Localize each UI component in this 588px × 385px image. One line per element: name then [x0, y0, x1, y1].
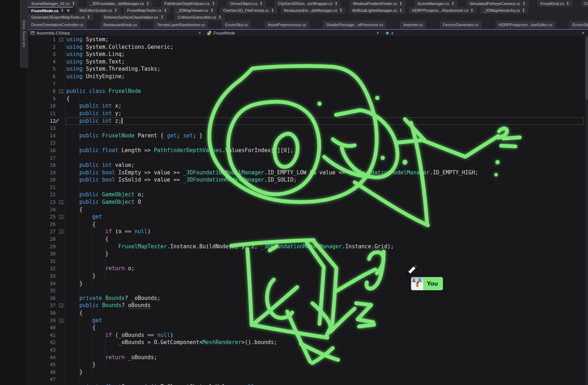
- code-line[interactable]: 32 return o;: [28, 265, 585, 272]
- tab--3dmapviewer-cs[interactable]: _3DMapViewer.cs: [173, 7, 217, 14]
- pin-icon[interactable]: [399, 2, 402, 6]
- fold-collapse-icon[interactable]: -: [59, 215, 63, 219]
- fold-collapse-icon[interactable]: -: [59, 38, 63, 42]
- code-line[interactable]: 24 {: [28, 206, 585, 213]
- pin-icon[interactable]: [146, 2, 149, 6]
- tab-collisionsubscriber-cs[interactable]: CollisionSubscriber.cs: [174, 14, 225, 20]
- code-line[interactable]: 35: [28, 287, 585, 295]
- code-editor[interactable]: 1-using System;2using System.Collections…: [28, 36, 588, 385]
- tab-deliverysurfaceclasshelper-cs[interactable]: DeliverySurfaceClassHelper.cs: [101, 14, 167, 20]
- pin-icon[interactable]: [87, 15, 90, 19]
- tab-scenemanager-cs[interactable]: SceneManager.cs: [414, 0, 458, 7]
- code-line[interactable]: 26 {: [28, 221, 585, 228]
- tab-pathfinderdepthvalues-cs[interactable]: PathfinderDepthValues.cs: [161, 0, 218, 7]
- code-line[interactable]: 34 }: [28, 280, 585, 287]
- code-line[interactable]: 37- public Bounds? oBounds: [28, 302, 585, 309]
- pin-icon[interactable]: [210, 9, 214, 13]
- fold-collapse-icon[interactable]: -: [59, 304, 63, 307]
- code-line[interactable]: 28 {: [28, 235, 585, 243]
- code-line[interactable]: 42 _oBounds = O.GetComponent<MeshRendere…: [28, 339, 585, 346]
- fold-collapse-icon[interactable]: -: [59, 319, 63, 323]
- code-line[interactable]: 41 if (_oBounds == null): [28, 332, 585, 339]
- code-line[interactable]: 15: [28, 139, 585, 147]
- tab-config-cs[interactable]: Config.cs: [581, 0, 588, 7]
- pin-icon[interactable]: [61, 9, 64, 13]
- code-line[interactable]: 23- public GameObject O: [28, 198, 585, 206]
- tab-droneorientationcontroller-cs[interactable]: DroneOrientationController.cs: [28, 21, 87, 29]
- pin-icon[interactable]: [566, 2, 569, 6]
- code-line[interactable]: 14 public FruxelNode Parent { get; set; …: [28, 132, 585, 140]
- fold-collapse-icon[interactable]: -: [59, 230, 63, 234]
- tab-simulatedfisheyecamera-cs[interactable]: SimulatedFisheyeCamera.cs: [466, 0, 529, 7]
- code-line[interactable]: 43: [28, 346, 585, 354]
- code-line[interactable]: 3using System.Linq;: [28, 51, 585, 58]
- tab-envirosky-cs[interactable]: EnviroSky.cs: [222, 21, 251, 29]
- tab-restaurantho-plemanager-cs[interactable]: RestaurantHo...pleManager.cs: [281, 7, 346, 14]
- member-dropdown[interactable]: z ▼: [383, 30, 588, 36]
- code-line[interactable]: 9{: [28, 95, 585, 103]
- tab-assetpreprocessor-cs[interactable]: AssetPreprocessor.cs: [265, 21, 309, 29]
- data-sources-tab[interactable]: Data Sources: [20, 0, 28, 67]
- code-line[interactable]: 10 public int x;: [28, 102, 585, 110]
- code-line[interactable]: 11 public int y;: [28, 110, 585, 117]
- code-line[interactable]: 48 private float? _proximityToClosestObs…: [28, 383, 585, 385]
- code-line[interactable]: 5using System.Threading.Tasks;: [28, 65, 585, 73]
- fold-collapse-icon[interactable]: -: [59, 200, 63, 204]
- code-line[interactable]: 7: [28, 80, 585, 88]
- code-line[interactable]: 8-public class FruxelNode: [28, 88, 585, 95]
- pin-icon[interactable]: [160, 15, 164, 19]
- code-line[interactable]: 16 public float Length => PathfinderDept…: [28, 147, 585, 154]
- tab-fencesgenerator-cs[interactable]: FencesGenerator.cs: [440, 21, 482, 29]
- code-line[interactable]: 12 public int z;: [28, 117, 585, 125]
- code-line[interactable]: 29 FruxelMapTester.Instance.BuildNode(x,…: [28, 243, 585, 250]
- code-line[interactable]: 6using UnityEngine;: [28, 73, 585, 80]
- pin-icon[interactable]: [451, 2, 454, 6]
- tab-citygen3dgen-torwrapper-cs[interactable]: CityGen3DGen...torWrapper.cs: [275, 0, 341, 7]
- code-line[interactable]: 39- get: [28, 317, 585, 324]
- pin-icon[interactable]: [399, 9, 402, 13]
- pin-icon[interactable]: [164, 9, 167, 13]
- tab-shaderpackage-stprocessor-cs[interactable]: ShaderPackage...stProcessor.cs: [323, 21, 386, 29]
- pin-icon[interactable]: [470, 9, 473, 13]
- code-line[interactable]: 2using System.Collections.Generic;: [28, 43, 585, 51]
- code-line[interactable]: 21: [28, 184, 585, 191]
- pin-icon[interactable]: [260, 2, 263, 6]
- tab-generator2exportmaptools-cs[interactable]: Generator2ExportMapTools.cs: [28, 14, 93, 20]
- project-dropdown[interactable]: Assembly-CSharp ▼: [28, 30, 205, 36]
- code-line[interactable]: 20 public bool IsSolid => value == _3DFo…: [28, 176, 585, 184]
- code-line[interactable]: 27- if (o == null): [28, 228, 585, 235]
- pin-icon[interactable]: [339, 9, 342, 13]
- code-line[interactable]: 22 public GameObject o;: [28, 191, 585, 198]
- tab-fruxelgrid-cs[interactable]: FruxelGrid.cs: [537, 0, 573, 7]
- code-line[interactable]: 44 return _oBounds;: [28, 354, 585, 361]
- pin-icon[interactable]: [522, 2, 526, 6]
- tab-windowpositionfinder-cs[interactable]: WindowPositionFinder.cs: [350, 0, 406, 7]
- code-line[interactable]: 4using System.Text;: [28, 58, 585, 66]
- tab-enviroskymgr-cs[interactable]: EnviroSkyMgr.cs: [569, 21, 588, 29]
- code-line[interactable]: 47: [28, 376, 585, 383]
- pin-icon[interactable]: [271, 9, 274, 13]
- code-line[interactable]: 33 }: [28, 272, 585, 280]
- code-line[interactable]: 25- get: [28, 213, 585, 221]
- code-line[interactable]: 31: [28, 258, 585, 265]
- tab-restauranthook-cs[interactable]: RestaurantHook.cs: [100, 21, 140, 29]
- code-line[interactable]: 17: [28, 154, 585, 162]
- tab--3dfoundatio-delmanager-cs[interactable]: _3DFoundatio...delManager.cs: [87, 0, 153, 7]
- scrollbar-thumb[interactable]: [585, 37, 588, 100]
- code-line[interactable]: 30 }: [28, 250, 585, 258]
- pin-icon[interactable]: [72, 2, 75, 6]
- pin-icon[interactable]: [335, 2, 338, 6]
- tab-myeditorscripts-cs[interactable]: MyEditorScripts.cs: [76, 7, 121, 14]
- fold-collapse-icon[interactable]: -: [59, 89, 63, 93]
- code-line[interactable]: 1-using System;: [28, 36, 585, 43]
- tab-terrainlayerrandomizer-cs[interactable]: TerrainLayerRandomizer.cs: [154, 21, 208, 29]
- tab-hdrppostproc-randomizer-cs[interactable]: HDRPPostproc...Randomizer.cs: [409, 7, 477, 14]
- code-line[interactable]: 19 public bool IsEmpty => value >= _3DFo…: [28, 169, 585, 177]
- pin-icon[interactable]: [114, 9, 117, 13]
- tab-hdrppostproce-izereditor-cs[interactable]: HDRPPostproce...izerEditor.cs: [495, 21, 556, 29]
- code-line[interactable]: 36 private Bounds? _oBounds;: [28, 295, 585, 302]
- pin-icon[interactable]: [522, 9, 525, 13]
- tab-fruxelnode-cs[interactable]: FruxelNode.cs✕: [28, 7, 73, 14]
- tab--3dmaphierarchy-cs[interactable]: _3DMapHierarchy.cs: [480, 7, 528, 14]
- pin-icon[interactable]: [212, 2, 215, 6]
